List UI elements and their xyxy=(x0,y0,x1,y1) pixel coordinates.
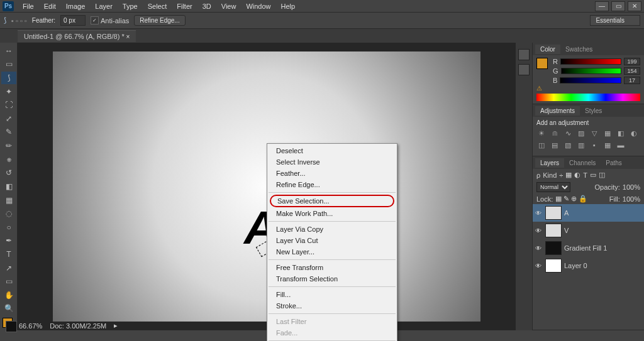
path-tool[interactable]: ↗ xyxy=(1,262,16,274)
menu-layer[interactable]: Layer xyxy=(90,1,118,11)
tab-layers[interactable]: Layers xyxy=(535,158,564,168)
tab-color[interactable]: Color xyxy=(535,45,560,54)
layer-row[interactable]: 👁 Gradient Fill 1 xyxy=(533,239,644,257)
history-brush-tool[interactable]: ↺ xyxy=(1,166,16,179)
zoom-tool[interactable]: 🔍 xyxy=(1,303,16,315)
tab-styles[interactable]: Styles xyxy=(580,106,607,116)
tab-swatches[interactable]: Swatches xyxy=(560,45,597,54)
b-slider[interactable] xyxy=(560,77,621,84)
posterize-icon[interactable]: ▥ xyxy=(576,141,586,150)
gradientmap-icon[interactable]: ▬ xyxy=(616,141,626,150)
marquee-tool[interactable]: ▭ xyxy=(1,58,16,71)
menu-filter[interactable]: Filter xyxy=(172,1,197,11)
hue-icon[interactable]: ▦ xyxy=(602,129,613,138)
properties-panel-icon[interactable] xyxy=(518,64,530,75)
b-value[interactable]: 17 xyxy=(624,77,640,84)
filter-adjust-icon[interactable]: ◐ xyxy=(574,171,580,179)
photofilter-icon[interactable]: ◐ xyxy=(629,129,639,138)
close-button[interactable]: ✕ xyxy=(628,1,641,11)
blend-mode-select[interactable]: Normal xyxy=(536,182,570,192)
menu-view[interactable]: View xyxy=(216,1,242,11)
wand-tool[interactable]: ✦ xyxy=(1,85,16,98)
type-tool[interactable]: T xyxy=(1,248,16,261)
ctx-fill[interactable]: Fill... xyxy=(267,289,397,300)
blur-tool[interactable]: ◌ xyxy=(1,207,16,220)
layer-row[interactable]: 👁 Layer 0 xyxy=(533,257,644,274)
menu-3d[interactable]: 3D xyxy=(197,1,216,11)
history-panel-icon[interactable] xyxy=(518,49,530,60)
menu-select[interactable]: Select xyxy=(143,1,172,11)
ctx-layer-via-copy[interactable]: Layer Via Copy xyxy=(267,224,397,235)
curves-icon[interactable]: ∿ xyxy=(563,129,573,138)
brightness-icon[interactable]: ☀ xyxy=(536,129,547,138)
bw-icon[interactable]: ◧ xyxy=(616,129,626,138)
ctx-deselect[interactable]: Deselect xyxy=(267,145,397,156)
hand-tool[interactable]: ✋ xyxy=(1,289,16,301)
eyedropper-tool[interactable]: ⤢ xyxy=(1,112,16,125)
ctx-select-inverse[interactable]: Select Inverse xyxy=(267,156,397,168)
menu-file[interactable]: File xyxy=(18,1,39,11)
maximize-button[interactable]: ▭ xyxy=(611,1,625,11)
workspace-selector[interactable]: Essentials xyxy=(590,15,640,26)
vibrance-icon[interactable]: ▽ xyxy=(589,129,599,138)
g-slider[interactable] xyxy=(561,68,621,74)
lasso-tool[interactable]: ⟆ xyxy=(1,72,16,84)
fill-value[interactable]: 100% xyxy=(623,195,640,203)
threshold-icon[interactable]: ▪ xyxy=(589,141,599,150)
gradient-tool[interactable]: ▦ xyxy=(1,194,16,207)
levels-icon[interactable]: ⫙ xyxy=(550,129,560,138)
stamp-tool[interactable]: ⎈ xyxy=(1,153,16,166)
tab-paths[interactable]: Paths xyxy=(601,158,627,168)
exposure-icon[interactable]: ▨ xyxy=(576,129,586,138)
tab-channels[interactable]: Channels xyxy=(564,158,601,168)
tab-adjustments[interactable]: Adjustments xyxy=(535,106,580,116)
selective-icon[interactable]: ▦ xyxy=(602,141,613,150)
ctx-layer-via-cut[interactable]: Layer Via Cut xyxy=(267,235,397,246)
ctx-new-layer[interactable]: New Layer... xyxy=(267,246,397,257)
mixer-icon[interactable]: ◫ xyxy=(536,141,547,150)
antialias-checkbox[interactable]: Anti-alias xyxy=(91,16,129,24)
healing-tool[interactable]: ✎ xyxy=(1,126,16,139)
color-swatch[interactable] xyxy=(3,318,13,328)
foreground-color[interactable] xyxy=(536,58,548,69)
refine-edge-button[interactable]: Refine Edge... xyxy=(134,15,185,26)
menu-window[interactable]: Window xyxy=(241,1,275,11)
move-tool[interactable]: ↔ xyxy=(1,45,16,57)
visibility-icon[interactable]: 👁 xyxy=(535,210,543,217)
filter-pixel-icon[interactable]: ▦ xyxy=(565,171,572,179)
ctx-free-transform[interactable]: Free Transform xyxy=(267,262,397,273)
pen-tool[interactable]: ✒ xyxy=(1,235,16,247)
filter-type-icon[interactable]: T xyxy=(583,171,587,179)
minimize-button[interactable]: — xyxy=(595,1,609,11)
feather-input[interactable] xyxy=(60,15,86,26)
ctx-transform-selection[interactable]: Transform Selection xyxy=(267,273,397,284)
dodge-tool[interactable]: ○ xyxy=(1,221,16,234)
invert-icon[interactable]: ▧ xyxy=(563,141,573,150)
shape-tool[interactable]: ▭ xyxy=(1,275,16,288)
color-spectrum[interactable] xyxy=(536,94,640,101)
opacity-value[interactable]: 100% xyxy=(623,183,640,191)
crop-tool[interactable]: ⛶ xyxy=(1,99,16,111)
eraser-tool[interactable]: ◧ xyxy=(1,180,16,193)
visibility-icon[interactable]: 👁 xyxy=(535,245,543,252)
layer-row[interactable]: 👁 A xyxy=(533,204,644,222)
document-tab[interactable]: Untitled-1 @ 66.7% (A, RGB/8) * × xyxy=(18,30,136,42)
ctx-save-selection[interactable]: Save Selection... xyxy=(270,195,394,207)
ctx-make-work-path[interactable]: Make Work Path... xyxy=(267,208,397,219)
ctx-refine-edge[interactable]: Refine Edge... xyxy=(267,179,397,190)
ctx-stroke[interactable]: Stroke... xyxy=(267,300,397,311)
filter-smart-icon[interactable]: ◫ xyxy=(599,171,605,179)
chevron-right-icon[interactable]: ▸ xyxy=(114,322,118,330)
g-value[interactable]: 154 xyxy=(624,67,640,75)
menu-help[interactable]: Help xyxy=(276,1,301,11)
menu-type[interactable]: Type xyxy=(118,1,143,11)
lookup-icon[interactable]: ▤ xyxy=(550,141,560,150)
layer-row[interactable]: 👁 V xyxy=(533,222,644,239)
visibility-icon[interactable]: 👁 xyxy=(535,227,543,234)
filter-shape-icon[interactable]: ▭ xyxy=(590,171,596,179)
r-slider[interactable] xyxy=(560,58,621,65)
r-value[interactable]: 199 xyxy=(624,58,640,65)
menu-edit[interactable]: Edit xyxy=(39,1,61,11)
ctx-feather[interactable]: Feather... xyxy=(267,168,397,179)
zoom-level[interactable]: 66.67% xyxy=(19,322,42,330)
